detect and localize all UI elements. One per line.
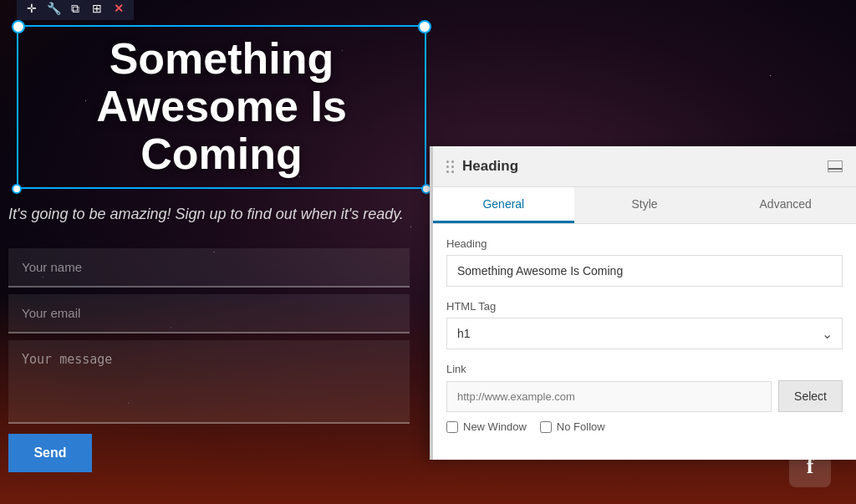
checkbox-row: New Window No Follow — [446, 420, 843, 433]
panel-header: Heading — [433, 146, 856, 187]
link-input[interactable] — [446, 381, 772, 412]
wrench-icon[interactable]: 🔧 — [45, 0, 62, 17]
subheading: It's going to be amazing! Sign up to fin… — [8, 206, 404, 223]
no-follow-checkbox[interactable] — [540, 421, 552, 433]
heading-field-group: Heading — [446, 237, 843, 287]
resize-handle-bottom-left[interactable] — [12, 184, 22, 194]
panel-body: Heading HTML Tag h1 h2 h3 h4 h5 h6 div s… — [433, 224, 856, 460]
grid-icon[interactable]: ⊞ — [89, 0, 105, 17]
panel-tabs: General Style Advanced — [433, 187, 856, 224]
tab-advanced[interactable]: Advanced — [715, 187, 856, 223]
contact-form: Send — [8, 248, 410, 472]
select-button[interactable]: Select — [778, 380, 843, 412]
new-window-label[interactable]: New Window — [446, 420, 527, 433]
panel-minimize-button[interactable] — [828, 160, 843, 172]
html-tag-select[interactable]: h1 h2 h3 h4 h5 h6 div span p — [446, 318, 843, 349]
panel-drag-handle[interactable] — [446, 160, 454, 173]
heading-field-label: Heading — [446, 237, 843, 250]
send-button[interactable]: Send — [8, 434, 92, 472]
copy-icon[interactable]: ⧉ — [67, 0, 84, 17]
link-field-label: Link — [446, 363, 843, 375]
close-icon[interactable]: ✕ — [110, 0, 127, 17]
heading-field-input[interactable] — [446, 255, 843, 287]
html-tag-field-group: HTML Tag h1 h2 h3 h4 h5 h6 div span p ⌄ — [446, 300, 843, 349]
no-follow-text: No Follow — [557, 420, 605, 433]
message-input[interactable] — [8, 340, 410, 424]
heading-panel: Heading General Style Advanced Heading H… — [430, 146, 856, 460]
panel-title: Heading — [462, 158, 518, 175]
email-input[interactable] — [8, 294, 410, 333]
name-input[interactable] — [8, 248, 410, 288]
html-tag-field-label: HTML Tag — [446, 300, 843, 313]
new-window-text: New Window — [463, 420, 527, 433]
panel-header-left: Heading — [446, 158, 518, 175]
main-heading: Something Awesome Is Coming — [35, 35, 408, 179]
html-tag-select-wrapper: h1 h2 h3 h4 h5 h6 div span p ⌄ — [446, 318, 843, 349]
element-toolbar: ✛ 🔧 ⧉ ⊞ ✕ — [17, 0, 134, 20]
move-icon[interactable]: ✛ — [23, 0, 40, 17]
page-content: ✛ 🔧 ⧉ ⊞ ✕ Something Awesome Is Coming It… — [0, 0, 856, 504]
link-row: Select — [446, 380, 843, 412]
new-window-checkbox[interactable] — [446, 421, 458, 433]
heading-element[interactable]: ✛ 🔧 ⧉ ⊞ ✕ Something Awesome Is Coming — [17, 25, 426, 189]
tab-style[interactable]: Style — [574, 187, 716, 223]
tab-general[interactable]: General — [433, 187, 574, 223]
link-field-group: Link Select New Window No Follow — [446, 363, 843, 433]
no-follow-label[interactable]: No Follow — [540, 420, 605, 433]
